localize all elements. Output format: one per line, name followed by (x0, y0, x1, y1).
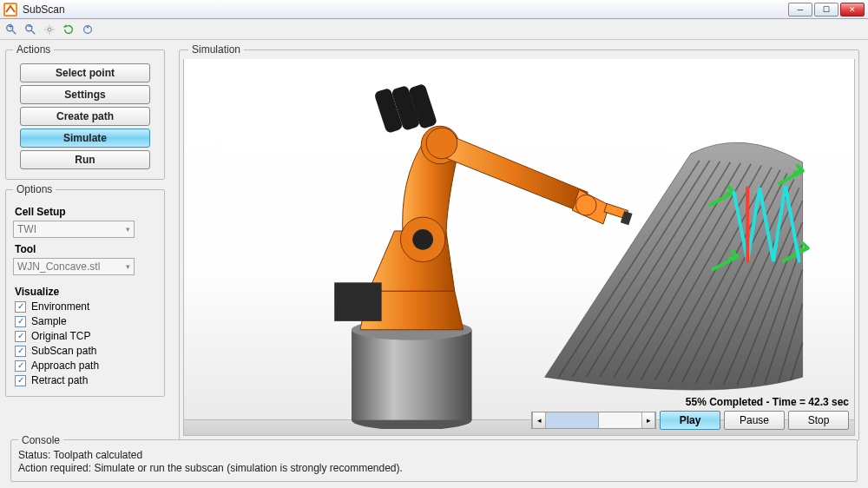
window-title: SubScan (23, 3, 788, 16)
chevron-down-icon: ▾ (126, 262, 130, 271)
check-original-tcp[interactable]: Original TCP (15, 330, 155, 342)
actions-group: Actions Select point Settings Create pat… (5, 43, 165, 180)
simulation-legend: Simulation (188, 43, 244, 56)
toolbar: + − (0, 19, 868, 40)
cell-setup-select[interactable]: TWI ▾ (13, 221, 135, 238)
checkbox-icon (15, 346, 26, 357)
pan-icon[interactable] (42, 22, 57, 37)
checkbox-icon (15, 360, 26, 372)
svg-point-15 (412, 229, 433, 250)
home-icon[interactable] (80, 22, 95, 37)
checkbox-icon (15, 375, 26, 386)
actions-legend: Actions (13, 43, 54, 56)
zoom-out-icon[interactable]: − (23, 22, 38, 37)
maximize-button[interactable]: ☐ (814, 3, 838, 16)
simulation-viewport[interactable]: 55% Completed - Time = 42.3 sec ◂ ▸ Play… (183, 59, 855, 436)
tool-value: WJN_Concave.stl (17, 260, 100, 273)
stop-button[interactable]: Stop (788, 411, 849, 430)
visualize-label: Visualize (15, 286, 157, 298)
scroll-thumb[interactable] (546, 412, 599, 428)
chevron-down-icon: ▾ (126, 225, 130, 234)
tool-label: Tool (15, 243, 157, 255)
checkbox-icon (15, 316, 26, 327)
close-button[interactable]: ✕ (840, 3, 865, 16)
simulation-group: Simulation (179, 43, 859, 441)
cell-setup-value: TWI (17, 223, 36, 235)
app-icon (3, 3, 17, 16)
svg-text:+: + (9, 23, 14, 31)
console-group: Console Status: Toolpath calculated Acti… (10, 434, 858, 482)
svg-point-21 (575, 195, 596, 215)
play-button[interactable]: Play (660, 411, 720, 430)
check-sample[interactable]: Sample (15, 315, 155, 327)
scroll-right-icon[interactable]: ▸ (641, 412, 655, 428)
checkbox-icon (15, 301, 26, 313)
scroll-left-icon[interactable]: ◂ (532, 412, 546, 428)
zoom-in-icon[interactable]: + (3, 22, 19, 37)
check-retract-path[interactable]: Retract path (15, 374, 155, 386)
robot-pedestal (352, 320, 472, 429)
select-point-button[interactable]: Select point (20, 63, 150, 82)
titlebar: SubScan ─ ☐ ✕ (0, 0, 868, 19)
workpiece (545, 142, 803, 390)
robot-tool-cluster (373, 83, 437, 134)
options-legend: Options (13, 183, 56, 195)
check-subscan-path[interactable]: SubScan path (15, 345, 155, 357)
check-approach-path[interactable]: Approach path (15, 359, 155, 372)
pause-button[interactable]: Pause (724, 411, 785, 430)
scene-3d (184, 59, 854, 429)
tool-select[interactable]: WJN_Concave.stl ▾ (13, 258, 135, 275)
console-line-2: Action required: Simulate or run the sub… (18, 462, 850, 476)
svg-rect-13 (334, 282, 381, 321)
svg-text:−: − (28, 23, 33, 31)
minimize-button[interactable]: ─ (788, 3, 812, 16)
svg-point-8 (48, 28, 51, 31)
console-line-1: Status: Toolpath calculated (18, 449, 850, 463)
check-environment[interactable]: Environment (15, 300, 155, 313)
console-legend: Console (18, 434, 63, 446)
timeline-scrollbar[interactable]: ◂ ▸ (531, 412, 656, 429)
svg-point-20 (426, 128, 457, 159)
options-group: Options Cell Setup TWI ▾ Tool WJN_Concav… (5, 183, 165, 397)
robot-wrist (572, 189, 632, 225)
svg-rect-11 (352, 330, 472, 420)
rotate-icon[interactable] (61, 22, 76, 37)
progress-status: 55% Completed - Time = 42.3 sec (686, 396, 849, 408)
run-button[interactable]: Run (20, 150, 150, 169)
cell-setup-label: Cell Setup (15, 206, 157, 218)
checkbox-icon (15, 331, 26, 342)
scroll-track[interactable] (546, 412, 641, 428)
simulate-button[interactable]: Simulate (20, 129, 150, 148)
create-path-button[interactable]: Create path (20, 107, 150, 126)
settings-button[interactable]: Settings (20, 85, 150, 104)
